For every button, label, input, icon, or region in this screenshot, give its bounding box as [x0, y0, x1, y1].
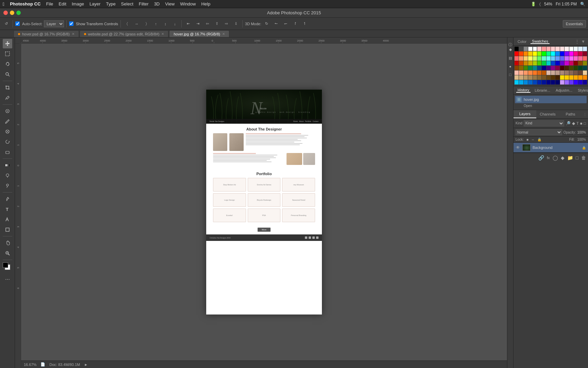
swatch[interactable]	[519, 56, 523, 61]
align-left-icon[interactable]: 〈	[123, 20, 131, 28]
close-button[interactable]	[3, 11, 8, 15]
swatch[interactable]	[542, 56, 546, 61]
navigator-icon[interactable]: □	[509, 73, 511, 77]
add-fx-icon[interactable]: fx	[547, 156, 550, 160]
add-link-icon[interactable]: 🔗	[538, 155, 544, 160]
layer-visibility-icon[interactable]: 👁	[516, 145, 520, 150]
swatch[interactable]	[528, 80, 532, 85]
swatch[interactable]	[519, 51, 523, 56]
menu-file[interactable]: File	[46, 1, 53, 6]
swatch[interactable]	[533, 71, 537, 75]
foreground-background-colors[interactable]	[3, 262, 12, 273]
swatch[interactable]	[514, 51, 519, 56]
swatch[interactable]	[583, 80, 587, 85]
3d-rotate-icon[interactable]: ↻	[263, 20, 271, 28]
menu-type[interactable]: Type	[106, 1, 115, 6]
quick-select-tool[interactable]	[3, 70, 12, 79]
swatch[interactable]	[551, 61, 555, 65]
move-tool[interactable]	[3, 39, 12, 48]
swatch[interactable]	[551, 51, 555, 56]
adjustments-tab[interactable]: Adjustm...	[554, 88, 574, 92]
menu-view[interactable]: View	[165, 1, 175, 6]
canvas-workspace[interactable]: N Nicole graphic design · web design · b…	[21, 44, 507, 368]
add-mask-icon[interactable]: ◯	[553, 155, 558, 160]
menu-layer[interactable]: Layer	[89, 1, 101, 6]
swatch[interactable]	[551, 75, 555, 80]
swatch[interactable]	[533, 61, 537, 65]
gradient-tool[interactable]	[3, 160, 12, 170]
show-transform-checkbox[interactable]	[69, 21, 74, 26]
swatch[interactable]	[583, 66, 587, 70]
histogram-icon[interactable]: ▤	[509, 56, 512, 60]
distribute-bottom-icon[interactable]: ⇩	[232, 20, 240, 28]
swatch[interactable]	[546, 80, 551, 85]
swatch[interactable]	[583, 71, 587, 75]
menu-select[interactable]: Select	[121, 1, 133, 6]
align-right-icon[interactable]: 〉	[142, 20, 150, 28]
swatch[interactable]	[546, 51, 551, 56]
swatch[interactable]	[578, 47, 582, 51]
swatch[interactable]	[551, 66, 555, 70]
swatch[interactable]	[533, 51, 537, 56]
swatches-tab[interactable]: Swatches	[530, 39, 550, 44]
essentials-dropdown[interactable]: Essentials	[563, 20, 586, 28]
zoom-tool[interactable]	[3, 248, 12, 258]
swatch[interactable]	[546, 47, 551, 51]
tab-close-hover-psd[interactable]: ✕	[72, 32, 75, 36]
swatch[interactable]	[533, 80, 537, 85]
eraser-tool[interactable]	[3, 147, 12, 157]
3d-scale-icon[interactable]: ↿	[301, 20, 309, 28]
swatch[interactable]	[524, 56, 528, 61]
text-layer-icon[interactable]: T	[576, 121, 579, 125]
swatch[interactable]	[560, 61, 564, 65]
swatch[interactable]	[528, 56, 532, 61]
swatch[interactable]	[560, 51, 564, 56]
swatch[interactable]	[555, 80, 559, 85]
distribute-right-icon[interactable]: ⇦	[203, 20, 211, 28]
add-layer-icon[interactable]: □	[576, 155, 578, 160]
swatch[interactable]	[519, 80, 523, 85]
distribute-top-icon[interactable]: ⇧	[213, 20, 221, 28]
swatch[interactable]	[519, 47, 523, 51]
history-brush-tool[interactable]	[3, 137, 12, 147]
select-tool[interactable]	[3, 49, 12, 59]
swatch[interactable]	[569, 47, 573, 51]
swatch[interactable]	[565, 75, 569, 80]
swatch[interactable]	[551, 47, 555, 51]
layers-panel-menu[interactable]: ⋮	[582, 110, 588, 118]
swatch[interactable]	[542, 51, 546, 56]
swatch[interactable]	[574, 61, 578, 65]
swatch[interactable]	[569, 66, 573, 70]
foreground-color[interactable]	[3, 262, 8, 268]
swatch[interactable]	[519, 61, 523, 65]
swatch[interactable]	[574, 47, 578, 51]
swatch[interactable]	[555, 66, 559, 70]
path-select-tool[interactable]	[3, 215, 12, 224]
panel-collapse-icon[interactable]: ▼	[581, 39, 585, 44]
swatch[interactable]	[519, 66, 523, 70]
swatch[interactable]	[514, 66, 519, 70]
swatch[interactable]	[537, 75, 541, 80]
swatch[interactable]	[537, 71, 541, 75]
crop-tool[interactable]	[3, 83, 12, 92]
swatch[interactable]	[565, 51, 569, 56]
align-center-v-icon[interactable]: ↕	[161, 20, 169, 28]
adjustment-layer-icon[interactable]: ◆	[572, 121, 575, 126]
swatch[interactable]	[565, 47, 569, 51]
blur-tool[interactable]	[3, 171, 12, 180]
swatch[interactable]	[565, 56, 569, 61]
tab-website-psd[interactable]: website.psd @ 22.7% (grass edit, RGB/8#)…	[80, 30, 169, 37]
menu-edit[interactable]: Edit	[59, 1, 66, 6]
swatch[interactable]	[574, 80, 578, 85]
swatch[interactable]	[533, 56, 537, 61]
eyedropper-tool[interactable]	[3, 93, 12, 103]
swatch[interactable]	[578, 51, 582, 56]
align-center-h-icon[interactable]: ↔	[133, 20, 141, 28]
menu-image[interactable]: Image	[72, 1, 84, 6]
swatch[interactable]	[578, 80, 582, 85]
swatch[interactable]	[555, 56, 559, 61]
kind-select[interactable]: Kind	[524, 120, 564, 126]
swatch[interactable]	[524, 66, 528, 70]
swatch[interactable]	[519, 75, 523, 80]
distribute-center-h-icon[interactable]: ⇥	[194, 20, 202, 28]
